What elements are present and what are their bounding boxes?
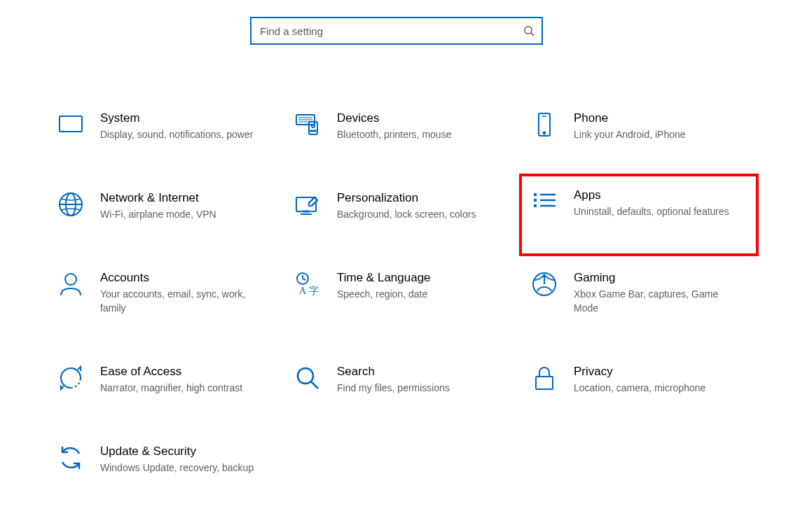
lock-icon [530,364,558,392]
tile-title: Accounts [100,270,270,286]
svg-line-31 [303,279,305,280]
apps-icon [530,188,558,216]
tile-ease-of-access[interactable]: Ease of Access Narrator, magnifier, high… [57,361,274,398]
personalization-icon [294,190,322,218]
globe-icon [57,190,85,218]
tile-text: Update & Security Windows Update, recove… [100,444,270,475]
tile-title: Gaming [574,270,743,286]
svg-line-36 [311,382,318,388]
tile-text: Gaming Xbox Game Bar, captures, Game Mod… [574,270,743,315]
tile-desc: Windows Update, recovery, backup [100,461,270,475]
tile-title: Apps [574,188,729,203]
tile-title: Search [337,364,506,379]
tile-apps[interactable]: Apps Uninstall, defaults, optional featu… [520,175,757,255]
tile-desc: Background, lock screen, colors [337,207,506,221]
time-language-icon: A 字 [294,270,322,298]
ease-of-access-icon [57,364,85,392]
svg-rect-22 [534,193,537,196]
svg-point-11 [312,130,314,132]
tile-phone[interactable]: Phone Link your Android, iPhone [530,108,747,144]
tile-desc: Location, camera, microphone [574,381,743,395]
tile-title: Privacy [574,364,743,379]
tile-desc: Find my files, permissions [337,381,506,395]
tile-desc: Narrator, magnifier, high contrast [100,381,270,395]
svg-point-28 [65,274,76,285]
svg-rect-2 [60,116,82,132]
svg-text:字: 字 [309,286,319,296]
svg-point-35 [298,368,313,384]
gaming-icon [530,270,558,298]
tile-title: Update & Security [100,444,270,459]
tile-title: System [100,111,270,126]
tile-text: Search Find my files, permissions [337,364,506,395]
tile-title: Phone [574,111,743,126]
svg-point-15 [544,132,546,134]
tile-desc: Wi-Fi, airplane mode, VPN [100,207,270,221]
tile-text: Personalization Background, lock screen,… [337,190,506,221]
tile-title: Personalization [337,190,506,206]
svg-line-1 [531,33,534,36]
tile-text: Apps Uninstall, defaults, optional featu… [574,188,729,218]
tile-privacy[interactable]: Privacy Location, camera, microphone [530,361,747,398]
tile-devices[interactable]: Devices Bluetooth, printers, mouse [294,108,511,144]
svg-point-12 [315,130,316,132]
accounts-icon [57,270,85,298]
tile-gaming[interactable]: Gaming Xbox Game Bar, captures, Game Mod… [530,267,747,318]
phone-icon [530,111,558,139]
devices-icon [294,111,322,139]
system-icon [57,111,85,139]
tile-network[interactable]: Network & Internet Wi-Fi, airplane mode,… [57,188,274,224]
tile-text: Ease of Access Narrator, magnifier, high… [100,364,270,395]
tile-title: Network & Internet [100,190,270,206]
tile-text: Privacy Location, camera, microphone [574,364,743,395]
tile-desc: Display, sound, notifications, power [100,127,270,141]
svg-rect-23 [534,199,537,202]
update-icon [57,444,85,472]
tile-desc: Xbox Game Bar, captures, Game Mode [574,287,743,315]
tile-title: Time & Language [337,270,506,286]
tile-text: Devices Bluetooth, printers, mouse [337,111,506,141]
tile-search[interactable]: Search Find my files, permissions [294,361,511,398]
tile-text: Network & Internet Wi-Fi, airplane mode,… [100,190,270,221]
svg-text:A: A [299,286,307,296]
tile-text: Time & Language Speech, region, date [337,270,506,301]
tile-text: Phone Link your Android, iPhone [574,111,743,141]
tile-personalization[interactable]: Personalization Background, lock screen,… [294,188,511,224]
search-category-icon [294,364,322,392]
tile-desc: Link your Android, iPhone [574,127,743,141]
search-container [250,17,543,45]
tile-accounts[interactable]: Accounts Your accounts, email, sync, wor… [57,267,274,318]
svg-rect-24 [534,204,537,207]
tile-text: System Display, sound, notifications, po… [100,111,270,141]
tile-title: Ease of Access [100,364,270,379]
settings-page: System Display, sound, notifications, po… [0,0,793,477]
tile-update-security[interactable]: Update & Security Windows Update, recove… [57,441,274,477]
search-icon [523,25,535,36]
svg-rect-37 [536,377,553,389]
tile-system[interactable]: System Display, sound, notifications, po… [57,108,274,144]
tile-title: Devices [337,111,506,126]
tile-text: Accounts Your accounts, email, sync, wor… [100,270,270,315]
tile-desc: Bluetooth, printers, mouse [337,127,506,141]
tile-desc: Speech, region, date [337,287,506,301]
svg-point-10 [310,130,312,132]
svg-point-0 [525,27,532,34]
tile-time-language[interactable]: A 字 Time & Language Speech, region, date [294,267,511,318]
search-input[interactable] [250,17,543,45]
svg-point-9 [312,125,315,127]
settings-grid: System Display, sound, notifications, po… [51,108,742,477]
tile-desc: Uninstall, defaults, optional features [574,204,729,218]
tile-desc: Your accounts, email, sync, work, family [100,287,270,315]
